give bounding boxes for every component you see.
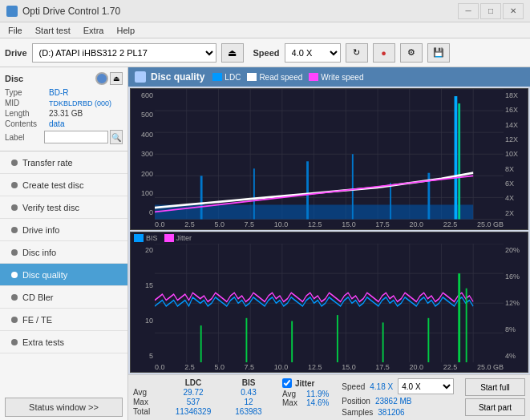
sidebar-item-verify-test-disc[interactable]: Verify test disc (0, 196, 127, 219)
nav-dot (11, 182, 18, 188)
type-key: Type (5, 88, 49, 97)
mid-value: TDKBLDRBD (000) (49, 99, 111, 107)
y-label: 100 (141, 189, 153, 197)
read-speed-legend-label: Read speed (259, 73, 302, 82)
y-label: 4X (505, 194, 514, 202)
sidebar-item-drive-info[interactable]: Drive info (0, 219, 127, 241)
start-part-button[interactable]: Start part (465, 398, 525, 416)
samples-value: 381206 (378, 408, 404, 417)
action-buttons: Start full Start part (465, 378, 525, 416)
sidebar-item-extra-tests[interactable]: Extra tests (0, 331, 127, 353)
menu-help[interactable]: Help (111, 25, 140, 36)
menu-start-test[interactable]: Start test (30, 25, 75, 36)
svg-rect-19 (253, 168, 255, 219)
svg-rect-41 (200, 325, 202, 362)
ldc-bis-stats: LDC BIS Avg 29.72 0.43 Max 537 12 Tota (133, 378, 273, 416)
svg-rect-48 (466, 288, 467, 362)
nav-label: Create test disc (22, 180, 83, 190)
svg-rect-22 (390, 183, 391, 219)
sidebar-item-cd-bler[interactable]: CD Bler (0, 286, 127, 309)
drive-select[interactable]: (D:) ATAPI iHBS312 2 PL17 (32, 43, 216, 63)
svg-rect-45 (382, 322, 384, 362)
sidebar: Disc ⏏ Type BD-R MID TDKBLDRBD (000) Len… (0, 67, 128, 420)
refresh-button[interactable]: ↻ (346, 43, 368, 63)
y-label: 4% (505, 352, 516, 360)
svg-rect-21 (352, 154, 354, 219)
total-bis: 163983 (225, 407, 273, 416)
position-value: 23862 MB (375, 397, 412, 406)
menu-file[interactable]: File (3, 25, 27, 36)
sidebar-item-disc-quality[interactable]: Disc quality (0, 264, 127, 286)
total-ldc: 11346329 (165, 407, 221, 416)
y-label: 12% (505, 299, 520, 307)
menubar: File Start test Extra Help (0, 22, 530, 38)
eject-disc-button[interactable]: ⏏ (110, 72, 123, 85)
sidebar-item-transfer-rate[interactable]: Transfer rate (0, 151, 127, 174)
contents-value: data (49, 119, 64, 128)
nav-dot (11, 204, 18, 211)
samples-label: Samples (342, 408, 373, 417)
drive-label: Drive (5, 48, 27, 58)
label-search-button[interactable]: 🔍 (110, 130, 123, 144)
x-axis-1: 0.0 2.5 5.0 7.5 10.0 12.5 15.0 17.5 20.0… (131, 220, 528, 229)
ldc-chart-svg (155, 89, 504, 220)
nav-dot (11, 227, 18, 233)
mid-key: MID (5, 99, 49, 107)
label-input[interactable] (44, 131, 108, 143)
y-label: 300 (141, 150, 153, 158)
write-speed-legend-box (309, 73, 318, 81)
y-label: 15 (145, 281, 153, 289)
jitter-stats: Jitter Avg 11.9% Max 14.6% (282, 378, 329, 407)
y-label: 12X (505, 135, 518, 143)
avg-ldc: 29.72 (165, 388, 221, 397)
max-label: Max (133, 398, 162, 406)
position-label: Position (342, 397, 370, 406)
write-speed-legend-label: Write speed (321, 73, 363, 82)
close-button[interactable]: ✕ (503, 3, 524, 19)
y-label: 600 (141, 91, 153, 99)
bis-chart: BIS Jitter 20 15 10 5 (130, 232, 528, 374)
app-icon (6, 6, 18, 17)
settings-button[interactable]: ⚙ (400, 43, 423, 63)
jitter-label: Jitter (295, 379, 314, 388)
sidebar-item-disc-info[interactable]: Disc info (0, 241, 127, 264)
speed-select[interactable]: 4.0 X (285, 43, 341, 63)
y-label: 20% (505, 246, 520, 254)
speed-label: Speed (342, 382, 365, 391)
svg-rect-47 (458, 273, 460, 362)
y-label: 16X (505, 106, 518, 114)
sidebar-item-create-test-disc[interactable]: Create test disc (0, 174, 127, 196)
y-label: 6X (505, 180, 514, 188)
svg-rect-18 (200, 176, 203, 219)
menu-extra[interactable]: Extra (79, 25, 109, 36)
save-button[interactable]: 💾 (427, 43, 450, 63)
nav-label: FE / TE (22, 315, 52, 325)
label-key: Label (5, 133, 44, 142)
eject-button[interactable]: ⏏ (221, 43, 244, 63)
sidebar-item-fe-te[interactable]: FE / TE (0, 309, 127, 331)
toolbar: Drive (D:) ATAPI iHBS312 2 PL17 ⏏ Speed … (0, 38, 530, 67)
y-label: 20 (145, 246, 153, 254)
y-label: 16% (505, 273, 520, 281)
y-label: 2X (505, 209, 514, 217)
disc-quality-title: Disc quality (151, 71, 204, 83)
maximize-button[interactable]: □ (480, 3, 501, 19)
jitter-checkbox[interactable] (282, 378, 292, 388)
y-label: 500 (141, 111, 153, 119)
bis-col-header: BIS (225, 378, 273, 387)
y-label: 5 (149, 352, 153, 360)
speed-dropdown[interactable]: 4.0 X (398, 378, 454, 394)
window-controls: ─ □ ✕ (458, 3, 524, 19)
y-label: 8X (505, 165, 514, 173)
nav-dot (11, 272, 18, 278)
minimize-button[interactable]: ─ (458, 3, 479, 19)
legend: LDC Read speed Write speed (212, 73, 363, 82)
record-button[interactable]: ● (373, 43, 395, 63)
svg-rect-43 (291, 321, 293, 362)
content-area: Disc quality LDC Read speed Write speed (128, 67, 530, 420)
jitter-avg-val: 11.9% (306, 390, 329, 398)
max-bis: 12 (225, 398, 273, 406)
status-window-button[interactable]: Status window >> (5, 398, 123, 417)
disc-quality-icon (135, 71, 146, 83)
start-full-button[interactable]: Start full (465, 378, 525, 396)
